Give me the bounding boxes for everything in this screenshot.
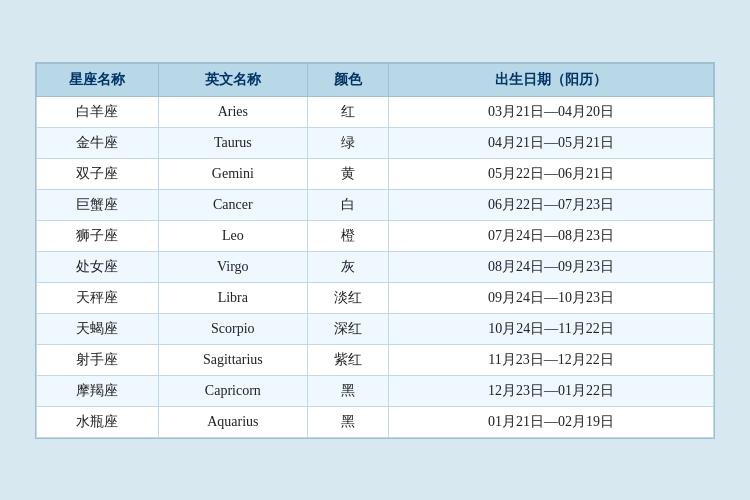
cell-color: 橙 — [307, 220, 388, 251]
cell-zh: 白羊座 — [37, 96, 159, 127]
cell-en: Cancer — [158, 189, 307, 220]
table-row: 射手座Sagittarius紫红11月23日—12月22日 — [37, 344, 714, 375]
cell-date: 07月24日—08月23日 — [389, 220, 714, 251]
table-row: 狮子座Leo橙07月24日—08月23日 — [37, 220, 714, 251]
cell-en: Leo — [158, 220, 307, 251]
cell-color: 紫红 — [307, 344, 388, 375]
cell-date: 03月21日—04月20日 — [389, 96, 714, 127]
cell-en: Virgo — [158, 251, 307, 282]
cell-en: Taurus — [158, 127, 307, 158]
table-row: 天秤座Libra淡红09月24日—10月23日 — [37, 282, 714, 313]
cell-color: 白 — [307, 189, 388, 220]
table-body: 白羊座Aries红03月21日—04月20日金牛座Taurus绿04月21日—0… — [37, 96, 714, 437]
cell-en: Gemini — [158, 158, 307, 189]
cell-zh: 天秤座 — [37, 282, 159, 313]
cell-color: 红 — [307, 96, 388, 127]
cell-date: 04月21日—05月21日 — [389, 127, 714, 158]
cell-color: 淡红 — [307, 282, 388, 313]
cell-en: Sagittarius — [158, 344, 307, 375]
cell-en: Scorpio — [158, 313, 307, 344]
cell-date: 05月22日—06月21日 — [389, 158, 714, 189]
cell-color: 灰 — [307, 251, 388, 282]
cell-en: Aries — [158, 96, 307, 127]
cell-zh: 金牛座 — [37, 127, 159, 158]
cell-color: 黑 — [307, 375, 388, 406]
cell-color: 黑 — [307, 406, 388, 437]
header-color: 颜色 — [307, 63, 388, 96]
table-row: 摩羯座Capricorn黑12月23日—01月22日 — [37, 375, 714, 406]
cell-date: 01月21日—02月19日 — [389, 406, 714, 437]
table-row: 处女座Virgo灰08月24日—09月23日 — [37, 251, 714, 282]
cell-en: Aquarius — [158, 406, 307, 437]
cell-zh: 射手座 — [37, 344, 159, 375]
table-row: 双子座Gemini黄05月22日—06月21日 — [37, 158, 714, 189]
table-row: 金牛座Taurus绿04月21日—05月21日 — [37, 127, 714, 158]
table-row: 天蝎座Scorpio深红10月24日—11月22日 — [37, 313, 714, 344]
header-zh: 星座名称 — [37, 63, 159, 96]
cell-date: 12月23日—01月22日 — [389, 375, 714, 406]
table-row: 巨蟹座Cancer白06月22日—07月23日 — [37, 189, 714, 220]
cell-date: 10月24日—11月22日 — [389, 313, 714, 344]
table-row: 水瓶座Aquarius黑01月21日—02月19日 — [37, 406, 714, 437]
header-en: 英文名称 — [158, 63, 307, 96]
cell-en: Libra — [158, 282, 307, 313]
cell-zh: 天蝎座 — [37, 313, 159, 344]
cell-color: 黄 — [307, 158, 388, 189]
cell-date: 09月24日—10月23日 — [389, 282, 714, 313]
cell-zh: 水瓶座 — [37, 406, 159, 437]
cell-zh: 双子座 — [37, 158, 159, 189]
cell-date: 08月24日—09月23日 — [389, 251, 714, 282]
cell-zh: 摩羯座 — [37, 375, 159, 406]
cell-date: 06月22日—07月23日 — [389, 189, 714, 220]
cell-en: Capricorn — [158, 375, 307, 406]
cell-zh: 处女座 — [37, 251, 159, 282]
cell-zh: 狮子座 — [37, 220, 159, 251]
cell-zh: 巨蟹座 — [37, 189, 159, 220]
cell-date: 11月23日—12月22日 — [389, 344, 714, 375]
zodiac-table-container: 星座名称 英文名称 颜色 出生日期（阳历） 白羊座Aries红03月21日—04… — [35, 62, 715, 439]
table-row: 白羊座Aries红03月21日—04月20日 — [37, 96, 714, 127]
zodiac-table: 星座名称 英文名称 颜色 出生日期（阳历） 白羊座Aries红03月21日—04… — [36, 63, 714, 438]
header-date: 出生日期（阳历） — [389, 63, 714, 96]
cell-color: 深红 — [307, 313, 388, 344]
cell-color: 绿 — [307, 127, 388, 158]
table-header-row: 星座名称 英文名称 颜色 出生日期（阳历） — [37, 63, 714, 96]
